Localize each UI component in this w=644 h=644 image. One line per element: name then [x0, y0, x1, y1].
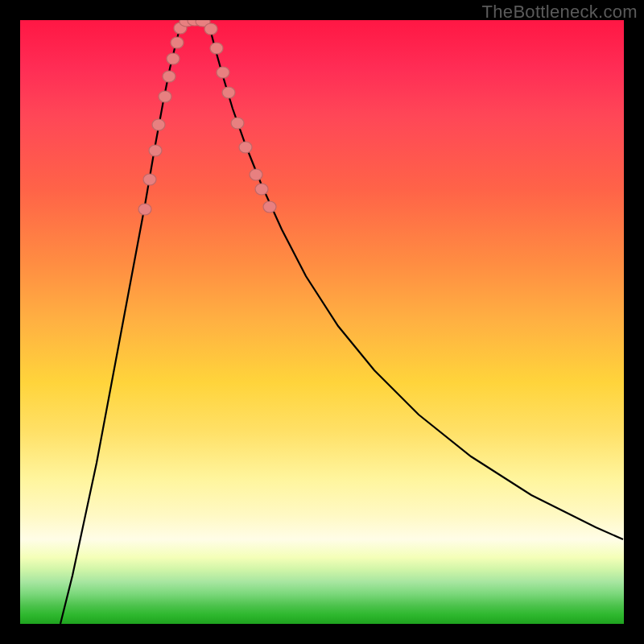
- data-marker: [152, 119, 165, 130]
- data-marker: [239, 142, 252, 153]
- data-marker: [210, 43, 223, 54]
- data-marker: [231, 118, 244, 129]
- chart-overlay: [20, 20, 624, 624]
- markers-group: [138, 20, 276, 215]
- data-marker: [163, 71, 175, 82]
- data-marker: [143, 174, 156, 185]
- data-marker: [171, 37, 184, 48]
- data-marker: [250, 169, 262, 180]
- data-marker: [167, 53, 180, 64]
- data-marker: [204, 23, 217, 35]
- data-marker: [149, 145, 162, 156]
- data-marker: [263, 201, 276, 213]
- data-marker: [222, 87, 235, 98]
- data-marker: [159, 91, 171, 102]
- left-curve: [60, 21, 182, 624]
- right-curve: [208, 21, 623, 539]
- data-marker: [255, 184, 268, 195]
- data-marker: [138, 204, 151, 215]
- data-marker: [217, 67, 229, 78]
